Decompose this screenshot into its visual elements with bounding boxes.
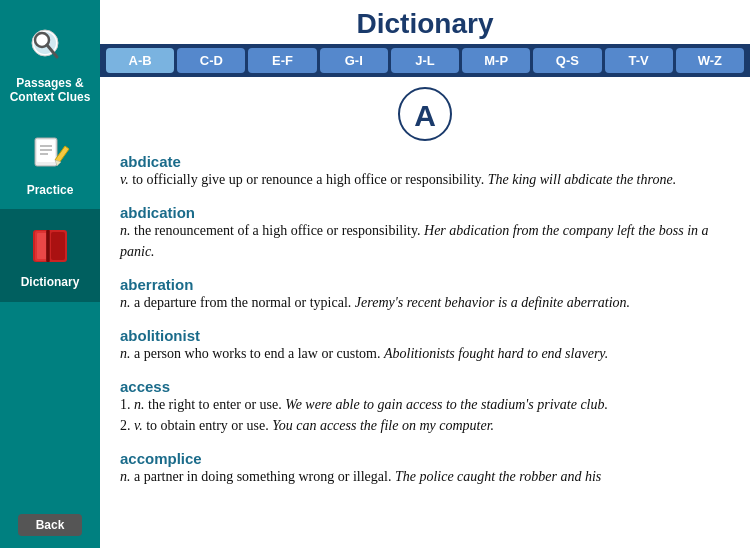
sidebar-practice-label: Practice bbox=[27, 183, 74, 197]
back-button[interactable]: Back bbox=[18, 514, 83, 536]
entry-accomplice: accomplice n. a partner in doing somethi… bbox=[120, 450, 730, 487]
entry-abdicate: abdicate v. to officially give up or ren… bbox=[120, 153, 730, 190]
word-abdication: abdication bbox=[120, 204, 730, 221]
svg-rect-13 bbox=[37, 233, 47, 259]
tab-tv[interactable]: T-V bbox=[605, 48, 673, 73]
svg-rect-5 bbox=[37, 140, 55, 162]
tab-jl[interactable]: J-L bbox=[391, 48, 459, 73]
dictionary-content: A abdicate v. to officially give up or r… bbox=[100, 77, 750, 548]
word-access: access bbox=[120, 378, 730, 395]
page-header: Dictionary bbox=[100, 0, 750, 44]
pencil-icon bbox=[22, 129, 78, 179]
word-accomplice: accomplice bbox=[120, 450, 730, 467]
svg-rect-14 bbox=[51, 232, 65, 260]
def-accomplice: n. a partner in doing something wrong or… bbox=[120, 467, 730, 487]
section-letter-block: A bbox=[120, 87, 730, 141]
magnify-icon bbox=[22, 22, 78, 72]
tab-ef[interactable]: E-F bbox=[248, 48, 316, 73]
word-abolitionist: abolitionist bbox=[120, 327, 730, 344]
entry-access: access 1. n. the right to enter or use. … bbox=[120, 378, 730, 436]
tab-qs[interactable]: Q-S bbox=[533, 48, 601, 73]
tab-bar: A-B C-D E-F G-I J-L M-P Q-S T-V W-Z bbox=[100, 44, 750, 77]
tab-wz[interactable]: W-Z bbox=[676, 48, 744, 73]
sidebar-dictionary-label: Dictionary bbox=[21, 275, 80, 289]
tab-mp[interactable]: M-P bbox=[462, 48, 530, 73]
page-title: Dictionary bbox=[100, 8, 750, 40]
entry-aberration: aberration n. a departure from the norma… bbox=[120, 276, 730, 313]
tab-ab[interactable]: A-B bbox=[106, 48, 174, 73]
sidebar-item-practice[interactable]: Practice bbox=[0, 117, 100, 209]
def-abdication: n. the renouncement of a high office or … bbox=[120, 221, 730, 262]
def-aberration: n. a departure from the normal or typica… bbox=[120, 293, 730, 313]
sidebar-item-dictionary[interactable]: Dictionary bbox=[0, 209, 100, 301]
def-abdicate: v. to officially give up or renounce a h… bbox=[120, 170, 730, 190]
def-access-1: 1. n. the right to enter or use. We were… bbox=[120, 395, 730, 415]
section-letter-circle: A bbox=[398, 87, 452, 141]
entry-abolitionist: abolitionist n. a person who works to en… bbox=[120, 327, 730, 364]
sidebar: Passages &Context Clues Practice bbox=[0, 0, 100, 548]
book-icon bbox=[22, 221, 78, 271]
sidebar-item-passages[interactable]: Passages &Context Clues bbox=[0, 10, 100, 117]
word-abdicate: abdicate bbox=[120, 153, 730, 170]
word-aberration: aberration bbox=[120, 276, 730, 293]
sidebar-bottom: Back bbox=[0, 514, 100, 536]
def-abolitionist: n. a person who works to end a law or cu… bbox=[120, 344, 730, 364]
tab-gi[interactable]: G-I bbox=[320, 48, 388, 73]
tab-cd[interactable]: C-D bbox=[177, 48, 245, 73]
main-panel: Dictionary A-B C-D E-F G-I J-L M-P Q-S T… bbox=[100, 0, 750, 548]
entry-abdication: abdication n. the renouncement of a high… bbox=[120, 204, 730, 262]
def-access-2: 2. v. to obtain entry or use. You can ac… bbox=[120, 416, 730, 436]
sidebar-passages-label: Passages &Context Clues bbox=[10, 76, 91, 105]
